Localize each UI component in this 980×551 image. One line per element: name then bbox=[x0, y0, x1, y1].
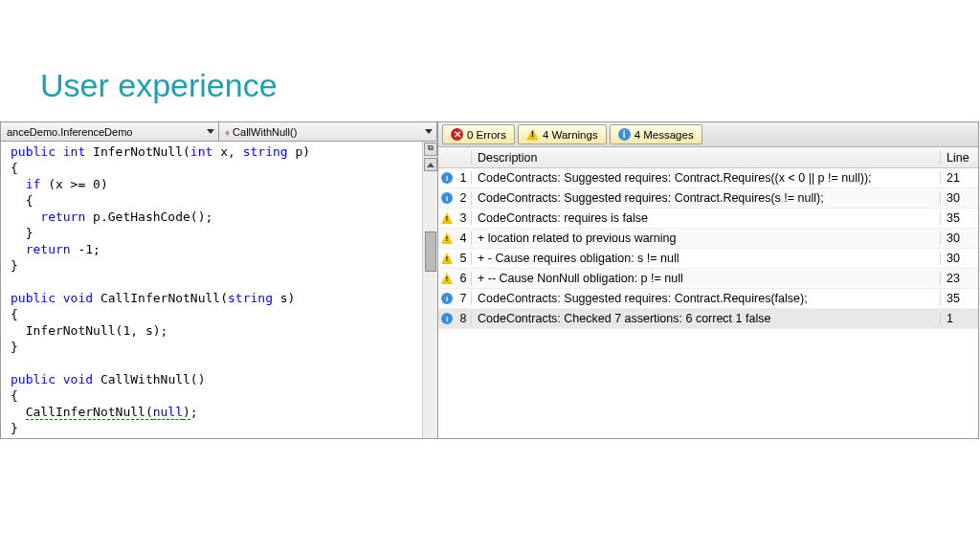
row-number: 6 bbox=[456, 272, 471, 285]
row-line: 23 bbox=[940, 272, 978, 285]
error-row[interactable]: !5 + - Cause requires obligation: s != n… bbox=[438, 249, 978, 269]
error-row[interactable]: i1CodeContracts: Suggested requires: Con… bbox=[438, 168, 978, 188]
warnings-tab-label: 4 Warnings bbox=[543, 129, 598, 141]
warn-icon: ! bbox=[441, 273, 453, 284]
row-description: + - Cause requires obligation: s != null bbox=[471, 252, 940, 265]
row-description: CodeContracts: Suggested requires: Contr… bbox=[471, 191, 940, 205]
row-number: 3 bbox=[456, 211, 471, 225]
info-icon: i bbox=[441, 313, 453, 324]
error-row[interactable]: !4 + location related to previous warnin… bbox=[438, 229, 978, 249]
error-row[interactable]: i8CodeContracts: Checked 7 assertions: 6… bbox=[438, 309, 978, 329]
error-list-panel: ✕ 0 Errors 4 Warnings i 4 Messages Descr… bbox=[437, 121, 979, 439]
row-number: 4 bbox=[456, 231, 471, 245]
chevron-down-icon bbox=[207, 129, 214, 134]
warn-icon: ! bbox=[441, 212, 453, 224]
errors-tab[interactable]: ✕ 0 Errors bbox=[442, 124, 515, 144]
row-description: + location related to previous warning bbox=[471, 231, 940, 245]
info-icon: i bbox=[618, 128, 631, 141]
messages-tab[interactable]: i 4 Messages bbox=[610, 124, 702, 144]
error-list-header[interactable]: Description Line bbox=[438, 147, 978, 168]
code-body: public int InferNotNull(int x, string p)… bbox=[1, 142, 437, 438]
row-description: CodeContracts: Checked 7 assertions: 6 c… bbox=[471, 312, 940, 325]
panels: anceDemo.InferenceDemo CallWithNull() pu… bbox=[0, 121, 980, 439]
vertical-scrollbar[interactable]: ⧉ bbox=[422, 142, 437, 438]
info-icon: i bbox=[441, 192, 453, 204]
error-filter-tabs: ✕ 0 Errors 4 Warnings i 4 Messages bbox=[438, 122, 978, 147]
row-line: 30 bbox=[940, 252, 978, 265]
error-row[interactable]: i2CodeContracts: Suggested requires: Con… bbox=[438, 188, 978, 209]
info-icon: i bbox=[441, 293, 453, 304]
row-number: 7 bbox=[456, 292, 471, 305]
col-line[interactable]: Line bbox=[940, 151, 978, 165]
row-line: 1 bbox=[940, 312, 978, 325]
row-description: CodeContracts: requires is false bbox=[471, 211, 940, 225]
nav-member-dropdown[interactable]: CallWithNull() bbox=[219, 122, 437, 141]
row-number: 8 bbox=[456, 312, 471, 325]
error-row[interactable]: !6 + -- Cause NonNull obligation: p != n… bbox=[438, 269, 978, 289]
scroll-thumb[interactable] bbox=[425, 231, 436, 272]
code-editor-panel: anceDemo.InferenceDemo CallWithNull() pu… bbox=[0, 121, 438, 439]
nav-member-label: CallWithNull() bbox=[225, 126, 297, 138]
warn-icon: ! bbox=[441, 232, 453, 244]
messages-tab-label: 4 Messages bbox=[635, 129, 694, 141]
error-row[interactable]: !3CodeContracts: requires is false35 bbox=[438, 209, 978, 229]
error-list-table: Description Line i1CodeContracts: Sugges… bbox=[438, 147, 978, 329]
code-text-area[interactable]: public int InferNotNull(int x, string p)… bbox=[1, 142, 422, 438]
col-description[interactable]: Description bbox=[471, 151, 940, 165]
warnings-tab[interactable]: 4 Warnings bbox=[518, 124, 607, 144]
row-line: 30 bbox=[940, 231, 978, 245]
row-line: 35 bbox=[940, 211, 978, 225]
row-number: 5 bbox=[456, 252, 471, 265]
row-number: 1 bbox=[456, 171, 471, 185]
code-nav-bar: anceDemo.InferenceDemo CallWithNull() bbox=[1, 122, 437, 142]
nav-scope-label: anceDemo.InferenceDemo bbox=[7, 126, 132, 138]
row-line: 35 bbox=[940, 292, 978, 305]
scroll-track[interactable] bbox=[424, 174, 437, 438]
split-button[interactable]: ⧉ bbox=[424, 143, 437, 156]
error-row[interactable]: i7CodeContracts: Suggested requires: Con… bbox=[438, 289, 978, 309]
row-line: 21 bbox=[940, 171, 978, 185]
warn-icon: ! bbox=[441, 253, 453, 264]
row-description: + -- Cause NonNull obligation: p != null bbox=[471, 272, 940, 285]
errors-tab-label: 0 Errors bbox=[467, 129, 506, 141]
error-icon: ✕ bbox=[451, 128, 463, 141]
row-number: 2 bbox=[456, 191, 471, 205]
warning-icon bbox=[526, 129, 539, 141]
nav-scope-dropdown[interactable]: anceDemo.InferenceDemo bbox=[1, 122, 219, 141]
chevron-down-icon bbox=[425, 129, 433, 134]
slide-title: User experience bbox=[0, 0, 980, 121]
scroll-up-button[interactable] bbox=[424, 158, 437, 171]
info-icon: i bbox=[441, 172, 453, 184]
row-description: CodeContracts: Suggested requires: Contr… bbox=[471, 171, 940, 185]
row-description: CodeContracts: Suggested requires: Contr… bbox=[471, 292, 940, 305]
row-line: 30 bbox=[940, 191, 978, 205]
